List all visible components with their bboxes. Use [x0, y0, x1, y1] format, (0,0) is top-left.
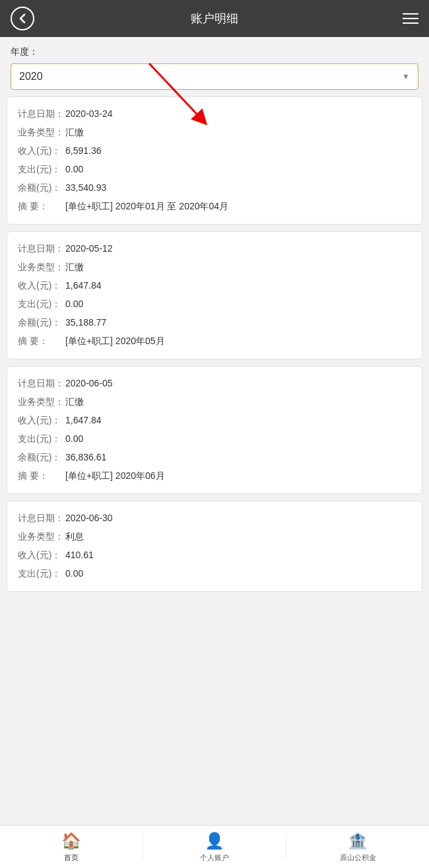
bottom-navigation: 🏠 首页 👤 个人账户 🏦 原山公积金 — [0, 825, 429, 868]
account-icon: 👤 — [205, 832, 224, 850]
summary-label-1: 摘 要： — [18, 336, 65, 347]
expense-label-2: 支出(元)： — [18, 433, 65, 445]
summary-value-1: [单位+职工] 2020年05月 — [65, 336, 411, 347]
record-row-expense-3: 支出(元)： 0.00 — [18, 565, 411, 583]
income-label-0: 收入(元)： — [18, 145, 65, 157]
record-row-summary-1: 摘 要： [单位+职工] 2020年05月 — [18, 332, 411, 351]
year-label: 年度： — [11, 46, 418, 58]
menu-button[interactable] — [403, 13, 418, 24]
nav-item-brand[interactable]: 🏦 原山公积金 — [286, 832, 429, 863]
record-row-income-0: 收入(元)： 6,591.36 — [18, 142, 411, 161]
summary-label-0: 摘 要： — [18, 201, 65, 213]
record-card-0: 计息日期： 2020-03-24 业务类型： 汇缴 收入(元)： 6,591.3… — [7, 96, 422, 225]
income-label-3: 收入(元)： — [18, 550, 65, 561]
record-row-expense-2: 支出(元)： 0.00 — [18, 430, 411, 449]
nav-item-home[interactable]: 🏠 首页 — [0, 832, 143, 863]
type-value-3: 利息 — [65, 531, 411, 543]
page-title: 账户明细 — [191, 11, 238, 26]
dropdown-arrow-icon: ▼ — [402, 72, 410, 81]
expense-label-0: 支出(元)： — [18, 164, 65, 176]
income-label-2: 收入(元)： — [18, 415, 65, 427]
record-row-summary-0: 摘 要： [单位+职工] 2020年01月 至 2020年04月 — [18, 198, 411, 216]
record-row-balance-2: 余额(元)： 36,836.61 — [18, 449, 411, 467]
balance-label-1: 余额(元)： — [18, 317, 65, 329]
record-row-income-3: 收入(元)： 410.61 — [18, 546, 411, 565]
back-button[interactable] — [11, 7, 34, 30]
expense-value-1: 0.00 — [65, 299, 411, 310]
summary-value-2: [单位+职工] 2020年06月 — [65, 470, 411, 482]
record-row-balance-1: 余额(元)： 35,188.77 — [18, 314, 411, 332]
balance-label-0: 余额(元)： — [18, 182, 65, 194]
balance-value-2: 36,836.61 — [65, 452, 411, 464]
record-card-2: 计息日期： 2020-06-05 业务类型： 汇缴 收入(元)： 1,647.8… — [7, 366, 422, 494]
expense-value-2: 0.00 — [65, 433, 411, 445]
home-label: 首页 — [64, 853, 79, 863]
record-row-summary-2: 摘 要： [单位+职工] 2020年06月 — [18, 467, 411, 486]
brand-label: 原山公积金 — [340, 853, 376, 863]
type-label-1: 业务类型： — [18, 262, 65, 273]
type-value-0: 汇缴 — [65, 127, 411, 139]
date-value-3: 2020-06-30 — [65, 513, 411, 524]
balance-value-0: 33,540.93 — [65, 182, 411, 194]
type-value-1: 汇缴 — [65, 262, 411, 273]
date-label-1: 计息日期： — [18, 243, 65, 255]
expense-value-0: 0.00 — [65, 164, 411, 176]
record-card-3: 计息日期： 2020-06-30 业务类型： 利息 收入(元)： 410.61 … — [7, 501, 422, 592]
year-section: 年度： 2020 ▼ — [0, 37, 429, 96]
balance-value-1: 35,188.77 — [65, 317, 411, 329]
type-value-2: 汇缴 — [65, 396, 411, 408]
summary-label-2: 摘 要： — [18, 470, 65, 482]
brand-icon: 🏦 — [348, 832, 368, 850]
record-row-income-2: 收入(元)： 1,647.84 — [18, 412, 411, 430]
income-value-0: 6,591.36 — [65, 145, 411, 157]
record-row-type-2: 业务类型： 汇缴 — [18, 393, 411, 412]
date-value-1: 2020-05-12 — [65, 243, 411, 255]
income-value-2: 1,647.84 — [65, 415, 411, 427]
record-row-date-0: 计息日期： 2020-03-24 — [18, 105, 411, 124]
date-label-2: 计息日期： — [18, 378, 65, 390]
record-row-type-0: 业务类型： 汇缴 — [18, 124, 411, 142]
record-row-date-2: 计息日期： 2020-06-05 — [18, 375, 411, 393]
income-value-1: 1,647.84 — [65, 280, 411, 292]
year-dropdown[interactable]: 2020 ▼ — [11, 63, 418, 90]
record-row-income-1: 收入(元)： 1,647.84 — [18, 277, 411, 295]
date-label-0: 计息日期： — [18, 108, 65, 120]
home-icon: 🏠 — [61, 832, 81, 850]
expense-label-3: 支出(元)： — [18, 568, 65, 580]
account-label: 个人账户 — [200, 853, 229, 863]
type-label-0: 业务类型： — [18, 127, 65, 139]
record-row-type-1: 业务类型： 汇缴 — [18, 258, 411, 277]
date-value-0: 2020-03-24 — [65, 108, 411, 120]
balance-label-2: 余额(元)： — [18, 452, 65, 464]
income-label-1: 收入(元)： — [18, 280, 65, 292]
record-card-1: 计息日期： 2020-05-12 业务类型： 汇缴 收入(元)： 1,647.8… — [7, 231, 422, 359]
record-row-date-3: 计息日期： 2020-06-30 — [18, 509, 411, 528]
record-row-expense-1: 支出(元)： 0.00 — [18, 295, 411, 314]
record-row-type-3: 业务类型： 利息 — [18, 528, 411, 546]
expense-value-3: 0.00 — [65, 568, 411, 580]
header: 账户明细 — [0, 0, 429, 37]
type-label-2: 业务类型： — [18, 396, 65, 408]
year-selected-value: 2020 — [19, 71, 43, 83]
type-label-3: 业务类型： — [18, 531, 65, 543]
nav-item-account[interactable]: 👤 个人账户 — [143, 832, 286, 863]
record-row-date-1: 计息日期： 2020-05-12 — [18, 240, 411, 258]
expense-label-1: 支出(元)： — [18, 299, 65, 310]
date-value-2: 2020-06-05 — [65, 378, 411, 390]
records-list: 计息日期： 2020-03-24 业务类型： 汇缴 收入(元)： 6,591.3… — [0, 96, 429, 645]
summary-value-0: [单位+职工] 2020年01月 至 2020年04月 — [65, 201, 411, 213]
record-row-expense-0: 支出(元)： 0.00 — [18, 161, 411, 179]
date-label-3: 计息日期： — [18, 513, 65, 524]
record-row-balance-0: 余额(元)： 33,540.93 — [18, 179, 411, 198]
income-value-3: 410.61 — [65, 550, 411, 561]
